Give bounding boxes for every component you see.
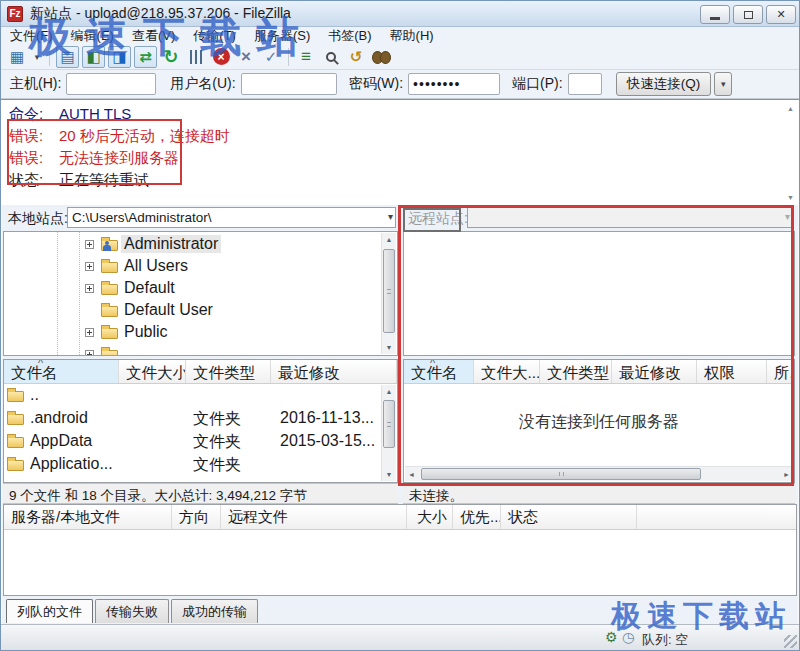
remote-tree-empty bbox=[403, 231, 795, 356]
column-header-status[interactable]: 状态 bbox=[501, 505, 637, 529]
toggle-remote-tree-button[interactable]: ◨ bbox=[108, 46, 131, 68]
tree-item-default-user[interactable]: Default User bbox=[4, 300, 381, 322]
synchronized-browsing-button[interactable]: ↺ bbox=[345, 46, 367, 68]
directory-comparison-button[interactable] bbox=[320, 46, 342, 68]
expander-icon[interactable] bbox=[85, 240, 94, 249]
tree-item-partial[interactable] bbox=[4, 344, 381, 356]
quickconnect-dropdown[interactable]: ▾ bbox=[714, 72, 732, 96]
menu-server[interactable]: 服务器(S) bbox=[245, 27, 319, 45]
scrollbar-thumb[interactable] bbox=[421, 468, 701, 480]
title-bar: Fz 新站点 - upload@218.95.37.206 - FileZill… bbox=[1, 1, 799, 27]
column-header-owner[interactable]: 所... bbox=[767, 360, 794, 383]
expander-icon[interactable] bbox=[85, 328, 94, 337]
column-header-filetype[interactable]: 文件类型 bbox=[186, 360, 271, 383]
tab-queued-files[interactable]: 列队的文件 bbox=[6, 599, 93, 623]
column-header-filesize[interactable]: 文件大小 bbox=[119, 360, 186, 383]
column-header-priority[interactable]: 优先... bbox=[453, 505, 501, 529]
close-button[interactable]: ✕ bbox=[766, 5, 796, 24]
find-files-button[interactable] bbox=[370, 46, 392, 68]
log-line-status: 状态:正在等待重试... bbox=[9, 169, 799, 191]
host-input[interactable] bbox=[66, 73, 156, 95]
transfer-queue: 服务器/本地文件 方向 远程文件 大小 优先... 状态 bbox=[3, 504, 797, 596]
tab-failed-transfers[interactable]: 传输失败 bbox=[95, 599, 169, 623]
quickconnect-bar: 主机(H): 用户名(U): 密码(W): •••••••• 端口(P): 快速… bbox=[1, 70, 799, 99]
tree-item-public[interactable]: Public bbox=[4, 322, 381, 344]
scroll-down-icon[interactable]: ▼ bbox=[382, 468, 396, 481]
tree-item-all-users[interactable]: All Users bbox=[4, 256, 381, 278]
column-header-modified[interactable]: 最近修改 bbox=[271, 360, 397, 383]
tree-item-administrator[interactable]: Administrator bbox=[4, 234, 381, 256]
folder-icon bbox=[7, 391, 24, 402]
menu-view[interactable]: 查看(V) bbox=[123, 27, 184, 45]
remote-list-hscrollbar[interactable]: ◄ ► bbox=[405, 466, 793, 481]
cancel-button[interactable]: × bbox=[210, 46, 232, 68]
tree-scrollbar[interactable]: ▲ ▼ bbox=[381, 233, 396, 354]
scroll-down-icon[interactable]: ▼ bbox=[382, 341, 396, 354]
column-header-permissions[interactable]: 权限 bbox=[697, 360, 767, 383]
scroll-up-icon[interactable]: ▲ bbox=[382, 233, 396, 246]
quickconnect-button[interactable]: 快速连接(Q) bbox=[616, 72, 712, 96]
local-list-scrollbar[interactable]: ▲ ▼ bbox=[381, 385, 396, 481]
reconnect-button[interactable]: ✓ bbox=[260, 46, 282, 68]
filter-button[interactable]: ≡ bbox=[295, 46, 317, 68]
column-header-remote-file[interactable]: 远程文件 bbox=[221, 505, 407, 529]
process-queue-icon bbox=[190, 50, 203, 64]
column-header-filetype[interactable]: 文件类型 bbox=[540, 360, 612, 383]
resize-grip[interactable] bbox=[784, 635, 797, 648]
tree-item-default[interactable]: Default bbox=[4, 278, 381, 300]
username-input[interactable] bbox=[241, 73, 337, 95]
chevron-down-icon: ▾ bbox=[35, 52, 40, 62]
menu-help[interactable]: 帮助(H) bbox=[381, 27, 443, 45]
scrollbar-thumb[interactable] bbox=[383, 249, 395, 333]
scroll-right-icon[interactable]: ► bbox=[780, 467, 793, 481]
toggle-message-log-button[interactable]: ▤ bbox=[56, 46, 79, 68]
remote-file-list: 文件名 ^ 文件大... 文件类型 最近修改 权限 所... 没有连接到任何服务… bbox=[403, 359, 795, 483]
minimize-button[interactable] bbox=[700, 5, 730, 24]
site-manager-button[interactable]: ▦ bbox=[6, 46, 28, 68]
local-site-label: 本地站点: bbox=[8, 210, 68, 228]
refresh-button[interactable]: ↻ bbox=[160, 46, 182, 68]
column-header-size[interactable]: 大小 bbox=[407, 505, 453, 529]
site-manager-dropdown[interactable]: ▾ bbox=[31, 46, 43, 68]
file-row-android[interactable]: .android 文件夹 2016-11-13... bbox=[4, 407, 381, 430]
close-icon: ✕ bbox=[776, 8, 785, 21]
column-header-modified[interactable]: 最近修改 bbox=[612, 360, 697, 383]
password-input[interactable]: •••••••• bbox=[408, 73, 500, 95]
menu-bookmarks[interactable]: 书签(B) bbox=[319, 27, 380, 45]
folder-icon bbox=[7, 460, 24, 471]
column-header-direction[interactable]: 方向 bbox=[172, 505, 221, 529]
column-header-filename[interactable]: 文件名 ^ bbox=[404, 360, 474, 383]
tab-successful-transfers[interactable]: 成功的传输 bbox=[171, 599, 258, 623]
scroll-left-icon[interactable]: ◄ bbox=[405, 467, 418, 481]
column-header-server-local-file[interactable]: 服务器/本地文件 bbox=[4, 505, 172, 529]
local-pane: 本地站点: C:\Users\Administrator\ ▾ Administ… bbox=[3, 205, 398, 483]
toggle-local-tree-button[interactable]: ◧ bbox=[82, 46, 105, 68]
menu-transfer[interactable]: 传输(T) bbox=[184, 27, 245, 45]
file-row-application[interactable]: Applicatio... 文件夹 bbox=[4, 453, 381, 476]
log-scrollbar[interactable]: ▲ ▼ bbox=[784, 102, 797, 203]
toggle-queue-button[interactable]: ⇄ bbox=[134, 46, 157, 68]
port-input[interactable] bbox=[568, 73, 602, 95]
expander-icon[interactable] bbox=[85, 284, 94, 293]
remote-pane: 远程站点: ▾ 文件名 ^ 文件大... 文件类型 最近修改 权限 bbox=[403, 205, 795, 483]
scroll-down-icon[interactable]: ▼ bbox=[784, 191, 797, 203]
expander-icon[interactable] bbox=[85, 262, 94, 271]
disconnect-button[interactable]: × bbox=[235, 46, 257, 68]
file-row-appdata[interactable]: AppData 文件夹 2015-03-15... bbox=[4, 430, 381, 453]
scroll-up-icon[interactable]: ▲ bbox=[382, 385, 396, 398]
expander-icon[interactable] bbox=[85, 350, 94, 356]
menu-bar: 文件(F) 编辑(E) 查看(V) 传输(T) 服务器(S) 书签(B) 帮助(… bbox=[1, 27, 799, 44]
scroll-up-icon[interactable]: ▲ bbox=[784, 102, 797, 114]
file-row-up[interactable]: .. bbox=[4, 384, 381, 407]
column-header-filename[interactable]: 文件名 ^ bbox=[4, 360, 119, 383]
minimize-icon bbox=[710, 17, 720, 20]
menu-edit[interactable]: 编辑(E) bbox=[62, 27, 123, 45]
scrollbar-thumb[interactable] bbox=[383, 400, 395, 448]
remote-list-header: 文件名 ^ 文件大... 文件类型 最近修改 权限 所... bbox=[404, 360, 794, 384]
column-header-filesize[interactable]: 文件大... bbox=[474, 360, 540, 383]
process-queue-button[interactable] bbox=[185, 46, 207, 68]
maximize-icon bbox=[744, 11, 753, 19]
local-site-combo[interactable]: C:\Users\Administrator\ ▾ bbox=[67, 207, 396, 228]
menu-file[interactable]: 文件(F) bbox=[1, 27, 62, 45]
maximize-button[interactable] bbox=[733, 5, 763, 24]
